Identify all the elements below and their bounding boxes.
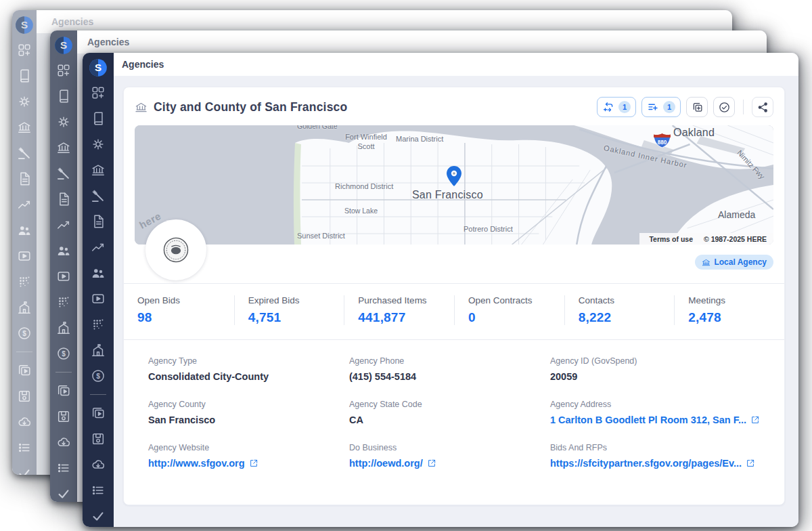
govspend-logo[interactable]: S (15, 16, 34, 35)
sidebar-item-gavel[interactable] (17, 146, 32, 161)
sidebar-item-building-flag[interactable] (91, 343, 106, 358)
sidebar-item-document[interactable] (56, 192, 71, 207)
map-label: Alameda (718, 209, 755, 220)
sidebar-item-document[interactable] (91, 214, 106, 229)
detail-agency-id: Agency ID (GovSpend) 20059 (550, 356, 760, 382)
stat-contacts[interactable]: Contacts 8,222 (564, 295, 675, 325)
bank-icon (702, 258, 710, 267)
detail-agency-website: Agency Website http://www.sfgov.org (148, 443, 333, 469)
sidebar-item-gavel[interactable] (91, 188, 106, 203)
sidebar-item-gear[interactable] (17, 94, 32, 109)
sidebar-item-library[interactable] (56, 89, 71, 104)
map-label: Potrero District (464, 225, 513, 233)
sidebar-item-dashboard-add[interactable] (91, 85, 106, 100)
sidebar-item-library[interactable] (17, 68, 32, 83)
list-plus-icon (647, 101, 659, 113)
agency-card-header: City and County of San Francisco 1 1 (124, 87, 784, 125)
sidebar-item-pixel-grid[interactable] (17, 274, 32, 289)
breadcrumb[interactable]: Agencies (122, 59, 164, 70)
sidebar-item-library[interactable] (91, 111, 106, 126)
stat-open-bids[interactable]: Open Bids 98 (124, 295, 234, 325)
interstate-880-shield: 880 (653, 133, 671, 148)
sidebar-item-save[interactable] (17, 389, 32, 404)
sidebar-item-save[interactable] (91, 431, 106, 446)
do-business-link[interactable]: http://oewd.org/ (349, 458, 534, 469)
sidebar-item-chart[interactable] (17, 197, 32, 212)
divider (743, 100, 744, 114)
bids-rfps-link[interactable]: https://sfcitypartner.sfgov.org/pages/Ev… (550, 458, 760, 469)
sidebar-item-check[interactable] (56, 486, 71, 501)
map-label: Stow Lake (344, 207, 378, 215)
sidebar-item-building-flag[interactable] (56, 320, 71, 335)
sidebar-item-dollar[interactable]: $ (17, 326, 32, 341)
sidebar-divider (55, 372, 72, 373)
map-copyright: © 1987-2025 HERE (704, 235, 767, 243)
sidebar-item-building-flag[interactable] (17, 300, 32, 315)
breadcrumb[interactable]: Agencies (51, 16, 93, 27)
stat-meetings[interactable]: Meetings 2,478 (674, 295, 784, 325)
detail-agency-county: Agency County San Francisco (148, 400, 333, 425)
sidebar-item-dollar[interactable]: $ (91, 368, 106, 383)
sidebar-icons: $ (55, 63, 72, 501)
sidebar-item-people[interactable] (56, 243, 71, 258)
add-to-list-button[interactable]: 1 (641, 97, 681, 117)
sidebar-item-save[interactable] (56, 409, 71, 424)
map-label: Fort Winfield Scott (338, 133, 394, 152)
map-tiles (135, 125, 773, 245)
sidebar-item-check[interactable] (91, 509, 106, 524)
share-button[interactable] (752, 97, 773, 117)
sidebar-item-cloud-download[interactable] (56, 435, 71, 450)
sidebar-item-video[interactable] (56, 269, 71, 284)
sidebar-item-chart[interactable] (91, 240, 106, 255)
stat-expired-bids[interactable]: Expired Bids 4,751 (234, 295, 344, 325)
badge-row: Local Agency (135, 255, 773, 270)
follow-button[interactable]: 1 (597, 97, 636, 117)
sidebar-item-dollar[interactable]: $ (56, 346, 71, 361)
duplicate-button[interactable] (686, 97, 708, 117)
sidebar-item-gear[interactable] (91, 137, 106, 152)
external-link-icon (746, 459, 755, 468)
sidebar-item-video[interactable] (91, 291, 106, 306)
govspend-logo[interactable]: S (54, 36, 73, 55)
sidebar-item-list[interactable] (17, 440, 32, 455)
sidebar-front: S $ (83, 53, 114, 527)
sidebar-item-dashboard-add[interactable] (56, 63, 71, 78)
sidebar-item-document[interactable] (17, 171, 32, 186)
sidebar-item-list[interactable] (91, 483, 106, 498)
sidebar-item-list[interactable] (56, 461, 71, 475)
sidebar-item-video-stack[interactable] (17, 363, 32, 378)
agency-address-link[interactable]: 1 Carlton B Goodlett Pl Room 312, San F.… (550, 415, 760, 425)
sidebar-item-pixel-grid[interactable] (56, 295, 71, 310)
sidebar-item-gear[interactable] (56, 114, 71, 129)
sidebar-item-people[interactable] (91, 266, 106, 280)
sidebar-item-video[interactable] (17, 249, 32, 263)
sidebar-item-pixel-grid[interactable] (91, 317, 106, 332)
sidebar-item-bank[interactable] (56, 140, 71, 155)
sidebar-item-dashboard-add[interactable] (17, 43, 32, 58)
local-agency-badge: Local Agency (695, 255, 773, 270)
sidebar-item-cloud-download[interactable] (17, 415, 32, 429)
agency-map[interactable]: Golden Gate Fort Winfield Scott Marina D… (135, 125, 773, 245)
sidebar-item-chart[interactable] (56, 217, 71, 232)
breadcrumb[interactable]: Agencies (87, 37, 129, 47)
sidebar-item-video-stack[interactable] (56, 383, 71, 398)
sidebar-item-bank[interactable] (17, 120, 32, 135)
sidebar-item-check[interactable] (17, 466, 32, 475)
external-link-icon (427, 459, 436, 468)
govspend-logo[interactable]: S (89, 58, 108, 77)
sidebar-item-bank[interactable] (91, 163, 106, 177)
svg-text:S: S (21, 19, 28, 30)
sidebar-divider (90, 394, 106, 395)
sidebar-item-people[interactable] (17, 223, 32, 238)
terms-of-use-link[interactable]: Terms of use (649, 235, 693, 243)
stat-purchased-items[interactable]: Purchased Items 441,877 (344, 295, 454, 325)
agency-website-link[interactable]: http://www.sfgov.org (148, 458, 333, 469)
sidebar-item-gavel[interactable] (56, 166, 71, 181)
stat-open-contracts[interactable]: Open Contracts 0 (454, 295, 564, 325)
detail-agency-phone: Agency Phone (415) 554-5184 (349, 356, 534, 382)
topbar-middle: Agencies (77, 30, 767, 54)
sidebar-item-cloud-download[interactable] (91, 457, 106, 472)
sidebar-item-video-stack[interactable] (91, 406, 106, 421)
verify-button[interactable] (713, 97, 735, 117)
sidebar-icons: $ (16, 43, 32, 475)
